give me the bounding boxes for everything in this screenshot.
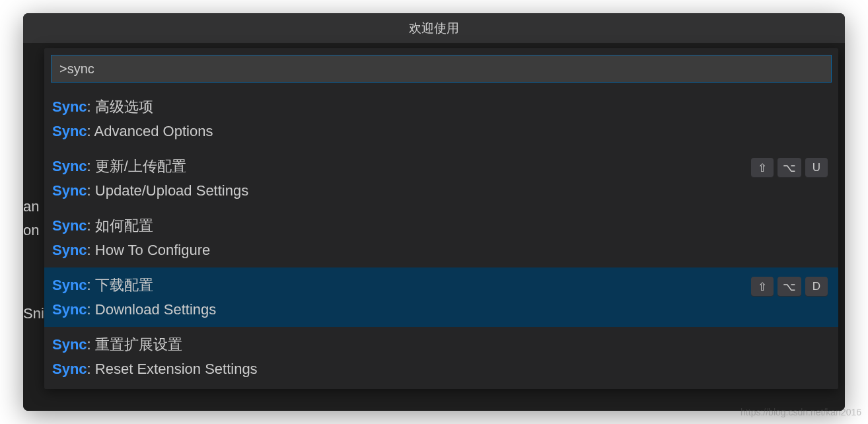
match-highlight: Sync — [52, 98, 87, 115]
command-title-cn: Sync: 如何配置 — [52, 215, 210, 236]
command-palette: Sync: 高级选项 Sync: Advanced Options Sync: … — [44, 48, 838, 389]
command-title-cn: Sync: 更新/上传配置 — [52, 155, 248, 177]
key-option-icon: ⌥ — [778, 277, 801, 297]
key-option-icon: ⌥ — [778, 158, 801, 178]
command-item-labels: Sync: 如何配置 Sync: How To Configure — [52, 215, 210, 261]
keybinding: ⇧ ⌥ D — [751, 277, 828, 297]
command-title-cn: Sync: 高级选项 — [52, 96, 213, 118]
match-highlight: Sync — [52, 217, 87, 234]
command-input[interactable] — [51, 55, 832, 83]
bg-text-fragment: on — [23, 219, 39, 242]
watermark: https://blog.csdn.net/kan2016 — [741, 407, 861, 417]
command-item-labels: Sync: 更新/上传配置 Sync: Update/Upload Settin… — [52, 155, 248, 201]
command-item-download-settings[interactable]: Sync: 下载配置 Sync: Download Settings ⇧ ⌥ D — [44, 267, 838, 327]
results-list: Sync: 高级选项 Sync: Advanced Options Sync: … — [44, 89, 838, 389]
command-title-en: Sync: How To Configure — [52, 239, 210, 261]
key-letter: U — [805, 158, 828, 178]
command-item-labels: Sync: 重置扩展设置 Sync: Reset Extension Setti… — [52, 334, 258, 380]
command-title-en: Sync: Update/Upload Settings — [52, 180, 248, 201]
command-title-en: Sync: Download Settings — [52, 299, 216, 320]
content-area: an on Snip Sync: 高级选项 Sync: Advanced Opt… — [23, 43, 845, 411]
title-bar: 欢迎使用 — [23, 13, 845, 43]
command-item-how-to-configure[interactable]: Sync: 如何配置 Sync: How To Configure — [44, 208, 838, 267]
key-shift-icon: ⇧ — [751, 158, 774, 178]
key-shift-icon: ⇧ — [751, 277, 774, 297]
command-item-labels: Sync: 下载配置 Sync: Download Settings — [52, 274, 216, 320]
command-item-update-upload[interactable]: Sync: 更新/上传配置 Sync: Update/Upload Settin… — [44, 149, 838, 208]
match-highlight: Sync — [52, 242, 87, 258]
bg-text-fragment: an — [23, 195, 39, 218]
command-title-cn: Sync: 下载配置 — [52, 274, 216, 296]
command-title-en: Sync: Reset Extension Settings — [52, 358, 258, 380]
key-letter: D — [805, 277, 828, 297]
command-item-advanced-options[interactable]: Sync: 高级选项 Sync: Advanced Options — [44, 89, 838, 149]
command-title-cn: Sync: 重置扩展设置 — [52, 334, 258, 355]
match-highlight: Sync — [52, 361, 87, 377]
match-highlight: Sync — [52, 123, 87, 139]
editor-window: 欢迎使用 an on Snip Sync: 高级选项 Sync: Advance… — [23, 13, 845, 411]
command-title-en: Sync: Advanced Options — [52, 120, 213, 142]
match-highlight: Sync — [52, 182, 87, 199]
match-highlight: Sync — [52, 277, 87, 293]
command-item-reset-extension[interactable]: Sync: 重置扩展设置 Sync: Reset Extension Setti… — [44, 327, 838, 386]
match-highlight: Sync — [52, 301, 87, 318]
keybinding: ⇧ ⌥ U — [751, 158, 828, 178]
match-highlight: Sync — [52, 336, 87, 353]
command-item-labels: Sync: 高级选项 Sync: Advanced Options — [52, 96, 213, 142]
match-highlight: Sync — [52, 158, 87, 174]
window-title: 欢迎使用 — [409, 20, 459, 37]
